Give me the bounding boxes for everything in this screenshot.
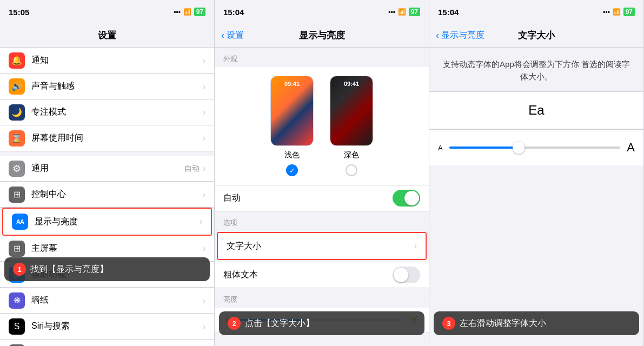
controlcenter-label: 控制中心 [31, 189, 203, 200]
controlcenter-chevron: › [203, 190, 205, 199]
step-badge-3: 3 [442, 317, 455, 330]
notifications-icon: 🔔 [9, 52, 25, 69]
appearance-dark[interactable]: 09:41 深色 [330, 76, 373, 176]
status-icons-3: ▪▪▪ 📶 97 [603, 8, 635, 16]
dark-label: 深色 [344, 150, 359, 160]
general-icon: ⚙ [9, 161, 25, 177]
wifi-icon-3: 📶 [613, 8, 621, 16]
options-label: 选项 [215, 211, 429, 230]
focus-label: 专注模式 [31, 107, 203, 118]
list-item-sound[interactable]: 🔊 声音与触感 › [0, 74, 214, 99]
display-label: 显示与亮度 [35, 216, 200, 228]
list-item-controlcenter[interactable]: ⊞ 控制中心 › [0, 182, 214, 208]
wallpaper-chevron: › [203, 296, 205, 305]
signal-icon-2: ▪▪▪ [388, 8, 395, 16]
settings-list: 🔔 通知 › 🔊 声音与触感 › 🌙 专注模式 › ⌛ 屏幕使用时间 › ⚙ 通… [0, 48, 214, 346]
step-badge-1: 1 [13, 263, 26, 276]
slider-thumb[interactable] [513, 142, 525, 154]
list-item-notifications[interactable]: 🔔 通知 › [0, 48, 214, 74]
text-size-row-container: 文字大小 › [217, 232, 427, 260]
status-icons-1: ▪▪▪ 📶 97 [174, 8, 205, 16]
nav-title-1: 设置 [98, 29, 116, 42]
back-chevron-2: ‹ [221, 30, 224, 41]
back-chevron-3: ‹ [436, 30, 439, 41]
sound-icon: 🔊 [9, 78, 25, 95]
status-icons-2: ▪▪▪ 📶 97 [388, 8, 420, 16]
wifi-icon-1: 📶 [183, 8, 191, 16]
panel-settings: 15:05 ▪▪▪ 📶 97 设置 🔔 通知 › 🔊 声音与触感 › 🌙 专注模… [0, 0, 215, 346]
bold-text-row[interactable]: 粗体文本 [215, 262, 429, 288]
notifications-label: 通知 [31, 55, 203, 66]
appearance-row: 09:41 浅色 09:41 深色 [215, 67, 429, 185]
text-a-large: A [627, 141, 635, 155]
panel-display: 15:04 ▪▪▪ 📶 97 ‹ 设置 显示与亮度 外观 09:41 浅色 [215, 0, 429, 346]
list-item-faceid[interactable]: 👤 面容ID与密码 › [0, 340, 214, 346]
status-bar-1: 15:05 ▪▪▪ 📶 97 [0, 0, 214, 24]
text-preview-sample: Ea [438, 103, 635, 118]
dark-thumb: 09:41 [330, 76, 373, 146]
display-chevron: › [200, 217, 202, 227]
bold-label: 粗体文本 [223, 269, 258, 281]
auto-toggle[interactable] [393, 190, 420, 207]
back-label-3: 显示与亮度 [441, 30, 484, 41]
nav-bar-3: ‹ 显示与亮度 文字大小 [429, 24, 643, 48]
list-item-focus[interactable]: 🌙 专注模式 › [0, 99, 214, 125]
focus-icon: 🌙 [9, 104, 25, 121]
battery-icon-2: 97 [409, 8, 420, 16]
controlcenter-icon: ⊞ [9, 187, 25, 203]
focus-chevron: › [203, 108, 205, 117]
nav-title-3: 文字大小 [518, 29, 555, 42]
homescreen-icon: ⊞ [9, 241, 25, 257]
status-time-2: 15:04 [223, 8, 244, 17]
step-badge-2: 2 [228, 317, 241, 330]
sound-label: 声音与触感 [31, 81, 203, 92]
homescreen-chevron: › [203, 244, 205, 254]
siri-chevron: › [203, 322, 205, 331]
general-chevron: › [203, 164, 205, 174]
light-thumb-time: 09:41 [271, 81, 313, 87]
nav-back-2[interactable]: ‹ 设置 [221, 30, 244, 41]
wallpaper-icon: ❋ [9, 292, 25, 309]
auto-label: 自动 [223, 192, 241, 204]
dark-thumb-time: 09:41 [330, 81, 373, 87]
textsize-slider-area: A A [429, 130, 643, 165]
siri-label: Siri与搜索 [31, 321, 203, 332]
tooltip-2: 2 点击【文字大小】 [219, 311, 424, 335]
wifi-icon-2: 📶 [398, 8, 406, 16]
list-item-textsize[interactable]: 文字大小 › [218, 233, 426, 259]
appearance-section-label: 外观 [215, 48, 429, 67]
display-icon: AA [12, 214, 28, 230]
tooltip-1: 1 找到【显示与亮度】 [4, 257, 210, 281]
nav-bar-2: ‹ 设置 显示与亮度 [215, 24, 429, 48]
dark-radio [346, 164, 357, 176]
tooltip-3: 3 左右滑动调整字体大小 [434, 311, 639, 335]
text-preview-area: Ea [429, 91, 643, 129]
appearance-light[interactable]: 09:41 浅色 [270, 76, 314, 176]
nav-title-2: 显示与亮度 [299, 29, 345, 42]
nav-back-3[interactable]: ‹ 显示与亮度 [436, 30, 484, 41]
status-time-3: 15:04 [438, 8, 459, 17]
textsize-slider[interactable] [449, 147, 621, 149]
text-a-small: A [438, 144, 443, 152]
list-item-screentime[interactable]: ⌛ 屏幕使用时间 › [0, 125, 214, 151]
display-brightness-row-container: AA 显示与亮度 › [2, 208, 212, 236]
list-item-general[interactable]: ⚙ 通用 自动 › [0, 156, 214, 182]
homescreen-label: 主屏幕 [31, 243, 203, 254]
bold-toggle-knob [394, 268, 408, 282]
status-bar-3: 15:04 ▪▪▪ 📶 97 [429, 0, 643, 24]
panel-textsize: 15:04 ▪▪▪ 📶 97 ‹ 显示与亮度 文字大小 支持动态字体的App将会… [429, 0, 644, 346]
list-item-wallpaper[interactable]: ❋ 墙纸 › [0, 288, 214, 314]
screentime-chevron: › [203, 134, 205, 143]
bold-toggle[interactable] [393, 267, 420, 283]
signal-icon-3: ▪▪▪ [603, 8, 610, 16]
back-label-2: 设置 [227, 30, 244, 41]
tooltip-text-2: 点击【文字大小】 [245, 318, 314, 329]
status-time-1: 15:05 [9, 8, 29, 17]
battery-icon-3: 97 [623, 8, 635, 16]
brightness-section-label: 亮度 [215, 288, 429, 308]
tooltip-text-1: 找到【显示与亮度】 [30, 264, 108, 275]
light-radio-check [289, 165, 295, 175]
auto-toggle-row[interactable]: 自动 [215, 185, 429, 211]
list-item-siri[interactable]: S Siri与搜索 › [0, 314, 214, 340]
list-item-display[interactable]: AA 显示与亮度 › [3, 209, 211, 235]
